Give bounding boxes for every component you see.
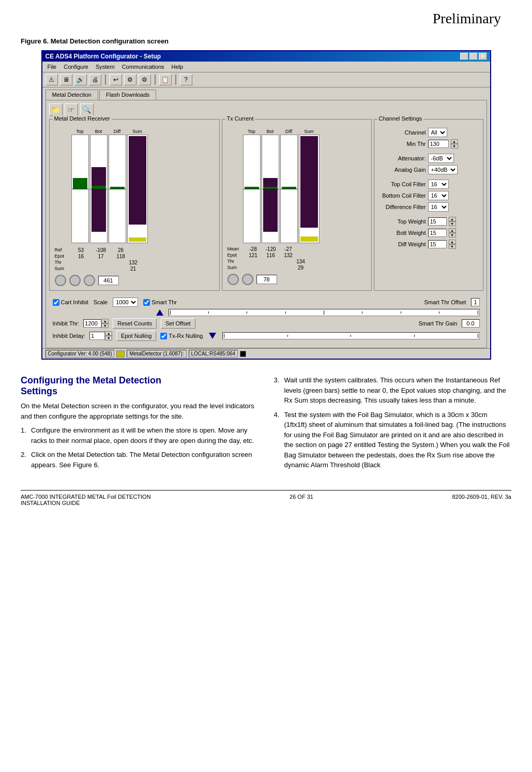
menu-system[interactable]: System: [93, 63, 118, 71]
inhibit-delay-field: ▲ ▼: [89, 331, 112, 340]
maximize-button[interactable]: □: [469, 53, 478, 60]
cart-inhibit-checkbox[interactable]: [53, 299, 59, 306]
diff-filter-select[interactable]: 16: [428, 202, 449, 212]
help-icon[interactable]: ?: [180, 74, 192, 85]
doc-item-4: 4. Test the system with the Foil Bag Sim…: [274, 410, 512, 470]
config-icon[interactable]: ⚙: [124, 74, 136, 85]
round-btn-3[interactable]: [84, 275, 95, 286]
bott-weight-input[interactable]: [428, 229, 447, 237]
channel-select[interactable]: All: [428, 128, 447, 137]
tx-rx-slider[interactable]: [222, 332, 479, 339]
bar-bot-dark: [92, 167, 106, 232]
scale-select[interactable]: 1000 500 2000: [113, 298, 138, 307]
min-thr-label: Min Thr: [379, 141, 426, 147]
diff-weight-down[interactable]: ▼: [449, 244, 456, 249]
top-weight-up[interactable]: ▲: [449, 217, 456, 221]
diff-filter-label: Difference Filter: [379, 204, 426, 210]
tx-top-bar: [245, 187, 259, 189]
smart-thr-checkbox[interactable]: [143, 299, 150, 306]
bott-weight-up[interactable]: ▲: [449, 228, 456, 233]
top-coil-select[interactable]: 16: [428, 180, 449, 189]
menu-communications[interactable]: Communications: [119, 63, 168, 71]
bar-sum-yellow: [129, 237, 146, 242]
speaker-icon[interactable]: 🔊: [74, 74, 87, 85]
tx-group: Tx Current Top Bot: [222, 119, 372, 291]
inhibit-thr-up[interactable]: ▲: [101, 319, 109, 323]
tx-sum-yellow: [300, 236, 318, 242]
menu-help[interactable]: Help: [169, 63, 187, 71]
diff-weight-input[interactable]: [428, 240, 447, 248]
smart-thr-gain-label: Smart Thr Gain: [419, 320, 458, 326]
tx-round-btn-1[interactable]: [227, 274, 239, 285]
close-button[interactable]: ✕: [479, 53, 487, 60]
config2-icon[interactable]: ⚙: [139, 74, 151, 85]
inhibit-thr-down[interactable]: ▼: [101, 323, 109, 328]
top-weight-down[interactable]: ▼: [449, 221, 456, 226]
status-indicator: [240, 351, 246, 357]
tab-toolbar: 📁 ☞ 🔍: [49, 103, 483, 116]
tx-rx-nulling-label[interactable]: Tx-Rx Nulling: [160, 333, 203, 339]
hand-icon[interactable]: ☞: [65, 103, 78, 116]
toolbar-separator3: [175, 75, 176, 85]
tx-rx-nulling-checkbox[interactable]: [160, 333, 167, 339]
epot-label: Epot: [55, 254, 70, 259]
receiver-col-top: Top: [76, 129, 84, 134]
tx-round-btn-2[interactable]: [242, 274, 253, 285]
export-icon[interactable]: 📋: [159, 74, 172, 85]
reset-counts-button[interactable]: Reset Counts: [113, 318, 157, 329]
set-offset-button[interactable]: Set Offset: [161, 318, 195, 329]
epot-top: 16: [73, 254, 89, 259]
bottom-coil-row: Bottom Coil Filter 16: [379, 191, 478, 200]
channel-title: Channel Settings: [377, 115, 424, 122]
minimize-button[interactable]: _: [460, 53, 468, 60]
bott-weight-label: Bott Weight: [379, 230, 426, 236]
midline-3: [109, 189, 126, 189]
doc-item-1: 1. Configure the environment as it will …: [21, 425, 259, 446]
tx-epot-bot: 116: [263, 253, 279, 258]
inhibit-delay-down[interactable]: ▼: [105, 336, 112, 340]
folder-icon[interactable]: 📁: [49, 103, 63, 116]
cart-inhibit-label[interactable]: Cart Inhibit: [53, 299, 88, 306]
min-thr-down[interactable]: ▼: [451, 144, 458, 149]
tx-diff-bar: [282, 187, 296, 189]
round-btn-2[interactable]: [69, 275, 81, 286]
min-thr-input[interactable]: [428, 140, 449, 148]
tx-title: Tx Current: [225, 115, 255, 122]
computer-icon[interactable]: 🖥: [60, 74, 72, 85]
diff-weight-row: Diff Weight ▲ ▼: [379, 240, 478, 249]
inhibit-delay-input[interactable]: [89, 332, 105, 340]
epot-nulling-button[interactable]: Epot Nulling: [116, 331, 156, 341]
top-weight-row: Top Weight ▲ ▼: [379, 217, 478, 226]
printer-icon[interactable]: 🖨: [89, 74, 101, 85]
menu-file[interactable]: File: [44, 63, 60, 71]
receiver-col-sum: Sum: [132, 129, 142, 134]
analog-gain-select[interactable]: +40dB +20dB 0dB: [428, 165, 458, 174]
back-icon[interactable]: ↩: [110, 74, 122, 85]
mean-bot: -120: [263, 246, 279, 252]
tab-flash-downloads[interactable]: Flash Downloads: [99, 90, 156, 100]
ref-label: Ref: [55, 247, 70, 253]
smart-thr-slider[interactable]: [169, 309, 480, 316]
midline-1: [72, 189, 88, 189]
slider-row: [53, 309, 480, 316]
receiver-counter: 461: [98, 276, 119, 285]
inhibit-delay-up[interactable]: ▲: [105, 331, 112, 336]
attenuator-select[interactable]: -6dB 0dB +6dB: [428, 154, 454, 163]
menu-configure[interactable]: Configure: [60, 63, 92, 71]
diff-weight-up[interactable]: ▲: [449, 240, 456, 244]
tx-thr-label: Thr: [227, 259, 244, 264]
min-thr-up[interactable]: ▲: [451, 139, 458, 144]
top-weight-input[interactable]: [428, 217, 447, 226]
tab-metal-detection[interactable]: Metal Detection: [45, 90, 98, 100]
smart-thr-offset-value: 1: [471, 298, 479, 306]
bar-bot-green: [92, 186, 106, 189]
round-btn-1[interactable]: [55, 275, 66, 286]
warning-icon[interactable]: ⚠: [45, 74, 58, 85]
doc-left-col: Configuring the Metal Detection Settings…: [21, 375, 259, 474]
bott-weight-down[interactable]: ▼: [449, 233, 456, 237]
bottom-coil-select[interactable]: 16: [428, 191, 449, 200]
search-icon[interactable]: 🔍: [80, 103, 94, 116]
inhibit-thr-input[interactable]: [83, 319, 101, 328]
toolbar: ⚠ 🖥 🔊 🖨 ↩ ⚙ ⚙ 📋 ?: [42, 72, 490, 87]
smart-thr-label[interactable]: Smart Thr: [143, 299, 177, 306]
